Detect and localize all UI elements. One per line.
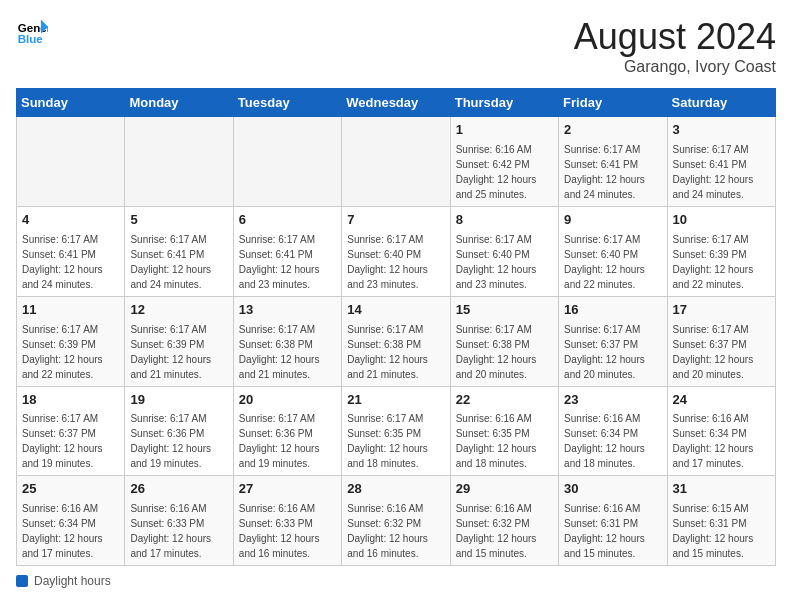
col-header-wednesday: Wednesday [342, 89, 450, 117]
day-info: Sunrise: 6:15 AM Sunset: 6:31 PM Dayligh… [673, 501, 770, 561]
day-number: 26 [130, 480, 227, 499]
day-info: Sunrise: 6:17 AM Sunset: 6:37 PM Dayligh… [673, 322, 770, 382]
day-cell [125, 117, 233, 207]
day-number: 13 [239, 301, 336, 320]
day-number: 18 [22, 391, 119, 410]
day-number: 2 [564, 121, 661, 140]
day-cell [17, 117, 125, 207]
day-number: 9 [564, 211, 661, 230]
day-info: Sunrise: 6:17 AM Sunset: 6:39 PM Dayligh… [673, 232, 770, 292]
footer-icon [16, 575, 28, 587]
week-row-3: 11Sunrise: 6:17 AM Sunset: 6:39 PM Dayli… [17, 296, 776, 386]
day-info: Sunrise: 6:16 AM Sunset: 6:33 PM Dayligh… [130, 501, 227, 561]
day-info: Sunrise: 6:16 AM Sunset: 6:31 PM Dayligh… [564, 501, 661, 561]
col-header-saturday: Saturday [667, 89, 775, 117]
day-cell: 25Sunrise: 6:16 AM Sunset: 6:34 PM Dayli… [17, 476, 125, 566]
day-number: 23 [564, 391, 661, 410]
page-header: General Blue August 2024 Garango, Ivory … [16, 16, 776, 76]
day-cell: 23Sunrise: 6:16 AM Sunset: 6:34 PM Dayli… [559, 386, 667, 476]
week-row-4: 18Sunrise: 6:17 AM Sunset: 6:37 PM Dayli… [17, 386, 776, 476]
month-year-title: August 2024 [574, 16, 776, 58]
day-cell: 3Sunrise: 6:17 AM Sunset: 6:41 PM Daylig… [667, 117, 775, 207]
day-cell: 14Sunrise: 6:17 AM Sunset: 6:38 PM Dayli… [342, 296, 450, 386]
day-number: 22 [456, 391, 553, 410]
day-cell: 18Sunrise: 6:17 AM Sunset: 6:37 PM Dayli… [17, 386, 125, 476]
day-info: Sunrise: 6:16 AM Sunset: 6:35 PM Dayligh… [456, 411, 553, 471]
day-info: Sunrise: 6:17 AM Sunset: 6:38 PM Dayligh… [347, 322, 444, 382]
day-info: Sunrise: 6:17 AM Sunset: 6:41 PM Dayligh… [673, 142, 770, 202]
day-cell: 29Sunrise: 6:16 AM Sunset: 6:32 PM Dayli… [450, 476, 558, 566]
day-number: 30 [564, 480, 661, 499]
day-cell: 22Sunrise: 6:16 AM Sunset: 6:35 PM Dayli… [450, 386, 558, 476]
day-number: 5 [130, 211, 227, 230]
day-info: Sunrise: 6:17 AM Sunset: 6:38 PM Dayligh… [456, 322, 553, 382]
day-number: 29 [456, 480, 553, 499]
day-cell: 17Sunrise: 6:17 AM Sunset: 6:37 PM Dayli… [667, 296, 775, 386]
svg-text:Blue: Blue [18, 33, 44, 45]
day-cell: 31Sunrise: 6:15 AM Sunset: 6:31 PM Dayli… [667, 476, 775, 566]
header-row: SundayMondayTuesdayWednesdayThursdayFrid… [17, 89, 776, 117]
day-cell: 26Sunrise: 6:16 AM Sunset: 6:33 PM Dayli… [125, 476, 233, 566]
day-cell: 13Sunrise: 6:17 AM Sunset: 6:38 PM Dayli… [233, 296, 341, 386]
col-header-thursday: Thursday [450, 89, 558, 117]
day-info: Sunrise: 6:17 AM Sunset: 6:39 PM Dayligh… [130, 322, 227, 382]
day-cell: 20Sunrise: 6:17 AM Sunset: 6:36 PM Dayli… [233, 386, 341, 476]
day-cell: 27Sunrise: 6:16 AM Sunset: 6:33 PM Dayli… [233, 476, 341, 566]
day-number: 19 [130, 391, 227, 410]
day-info: Sunrise: 6:17 AM Sunset: 6:41 PM Dayligh… [239, 232, 336, 292]
col-header-friday: Friday [559, 89, 667, 117]
day-number: 28 [347, 480, 444, 499]
logo: General Blue [16, 16, 48, 48]
day-info: Sunrise: 6:17 AM Sunset: 6:40 PM Dayligh… [456, 232, 553, 292]
day-number: 27 [239, 480, 336, 499]
day-cell: 4Sunrise: 6:17 AM Sunset: 6:41 PM Daylig… [17, 206, 125, 296]
day-number: 17 [673, 301, 770, 320]
day-cell: 15Sunrise: 6:17 AM Sunset: 6:38 PM Dayli… [450, 296, 558, 386]
day-cell [233, 117, 341, 207]
day-number: 10 [673, 211, 770, 230]
day-info: Sunrise: 6:16 AM Sunset: 6:32 PM Dayligh… [347, 501, 444, 561]
day-number: 15 [456, 301, 553, 320]
day-info: Sunrise: 6:17 AM Sunset: 6:40 PM Dayligh… [347, 232, 444, 292]
day-cell: 12Sunrise: 6:17 AM Sunset: 6:39 PM Dayli… [125, 296, 233, 386]
day-info: Sunrise: 6:17 AM Sunset: 6:40 PM Dayligh… [564, 232, 661, 292]
week-row-1: 1Sunrise: 6:16 AM Sunset: 6:42 PM Daylig… [17, 117, 776, 207]
day-cell: 19Sunrise: 6:17 AM Sunset: 6:36 PM Dayli… [125, 386, 233, 476]
footer-label: Daylight hours [34, 574, 111, 588]
calendar-table: SundayMondayTuesdayWednesdayThursdayFrid… [16, 88, 776, 566]
day-info: Sunrise: 6:17 AM Sunset: 6:39 PM Dayligh… [22, 322, 119, 382]
day-number: 14 [347, 301, 444, 320]
day-cell: 8Sunrise: 6:17 AM Sunset: 6:40 PM Daylig… [450, 206, 558, 296]
day-info: Sunrise: 6:17 AM Sunset: 6:36 PM Dayligh… [239, 411, 336, 471]
day-info: Sunrise: 6:16 AM Sunset: 6:42 PM Dayligh… [456, 142, 553, 202]
day-number: 3 [673, 121, 770, 140]
day-number: 24 [673, 391, 770, 410]
day-number: 12 [130, 301, 227, 320]
day-number: 7 [347, 211, 444, 230]
col-header-tuesday: Tuesday [233, 89, 341, 117]
day-cell: 16Sunrise: 6:17 AM Sunset: 6:37 PM Dayli… [559, 296, 667, 386]
day-cell: 2Sunrise: 6:17 AM Sunset: 6:41 PM Daylig… [559, 117, 667, 207]
day-info: Sunrise: 6:16 AM Sunset: 6:33 PM Dayligh… [239, 501, 336, 561]
day-number: 8 [456, 211, 553, 230]
day-info: Sunrise: 6:17 AM Sunset: 6:37 PM Dayligh… [22, 411, 119, 471]
day-cell: 1Sunrise: 6:16 AM Sunset: 6:42 PM Daylig… [450, 117, 558, 207]
day-number: 6 [239, 211, 336, 230]
title-block: August 2024 Garango, Ivory Coast [574, 16, 776, 76]
day-cell: 28Sunrise: 6:16 AM Sunset: 6:32 PM Dayli… [342, 476, 450, 566]
footer: Daylight hours [16, 574, 776, 588]
location-subtitle: Garango, Ivory Coast [574, 58, 776, 76]
day-cell: 11Sunrise: 6:17 AM Sunset: 6:39 PM Dayli… [17, 296, 125, 386]
col-header-sunday: Sunday [17, 89, 125, 117]
week-row-5: 25Sunrise: 6:16 AM Sunset: 6:34 PM Dayli… [17, 476, 776, 566]
day-info: Sunrise: 6:17 AM Sunset: 6:41 PM Dayligh… [564, 142, 661, 202]
day-cell: 5Sunrise: 6:17 AM Sunset: 6:41 PM Daylig… [125, 206, 233, 296]
day-cell: 30Sunrise: 6:16 AM Sunset: 6:31 PM Dayli… [559, 476, 667, 566]
day-info: Sunrise: 6:16 AM Sunset: 6:32 PM Dayligh… [456, 501, 553, 561]
day-info: Sunrise: 6:17 AM Sunset: 6:36 PM Dayligh… [130, 411, 227, 471]
day-info: Sunrise: 6:17 AM Sunset: 6:35 PM Dayligh… [347, 411, 444, 471]
day-number: 25 [22, 480, 119, 499]
day-info: Sunrise: 6:16 AM Sunset: 6:34 PM Dayligh… [673, 411, 770, 471]
day-number: 11 [22, 301, 119, 320]
day-info: Sunrise: 6:16 AM Sunset: 6:34 PM Dayligh… [22, 501, 119, 561]
